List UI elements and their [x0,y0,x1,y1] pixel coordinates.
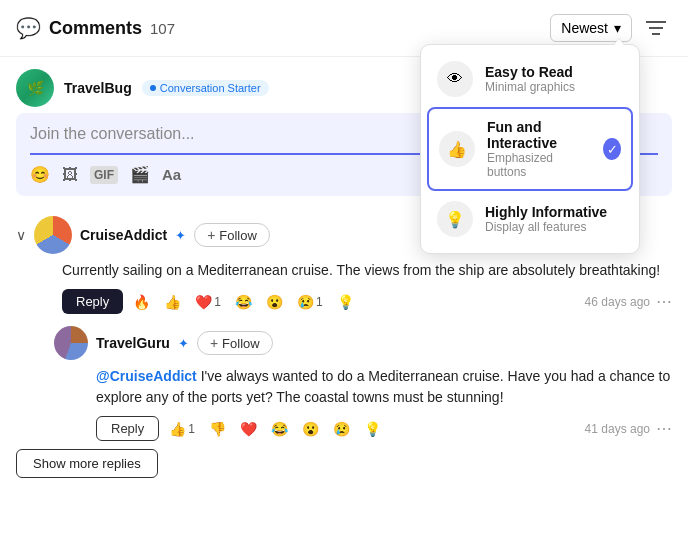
travelguru-avatar [54,326,88,360]
travelguru-reaction-thumbsdown[interactable]: 👎 [205,419,230,439]
menu-informative-title: Highly Informative [485,204,607,220]
eye-icon: 👁 [447,70,463,88]
travelguru-reaction-cry[interactable]: 😢 [329,419,354,439]
reaction-lightbulb[interactable]: 💡 [333,292,358,312]
travelguru-more-button[interactable]: ⋯ [656,421,672,437]
thumbsup-icon: 👍 [447,140,467,159]
plus-icon: + [207,227,215,243]
menu-item-fun[interactable]: 👍 Fun and Interactive Emphasized buttons… [427,107,633,191]
travelbug-avatar: 🌿 [16,69,54,107]
verified-icon: ✦ [175,228,186,243]
travelguru-reaction-heart[interactable]: ❤️ [236,419,261,439]
travelguru-reaction-lightbulb[interactable]: 💡 [360,419,385,439]
travelguru-user-row: TravelGuru ✦ + Follow [54,326,672,360]
travelguru-comment-text: @CruiseAddict I've always wanted to do a… [96,366,672,408]
mention-cruiseaddict: @CruiseAddict [96,368,197,384]
comments-title-area: 💬 Comments 107 [16,16,175,40]
reaction-thumbsup[interactable]: 👍 [160,292,185,312]
image-tool[interactable]: 🖼 [62,166,78,184]
lightbulb-icon-container: 💡 [437,201,473,237]
filter-icon-button[interactable] [640,12,672,44]
travelguru-reaction-thumbsup[interactable]: 👍 1 [165,419,199,439]
comments-section: 💬 Comments 107 Newest ▾ 👁 [0,0,688,534]
header-right: Newest ▾ [550,12,672,44]
badge-label: Conversation Starter [160,82,261,94]
comment-bubble-icon: 💬 [16,16,41,40]
menu-easy-sub: Minimal graphics [485,80,575,94]
reaction-heart[interactable]: ❤️ 1 [191,292,225,312]
travelbug-username: TravelBug [64,80,132,96]
menu-informative-sub: Display all features [485,220,607,234]
conversation-starter-badge: Conversation Starter [142,80,269,96]
cruiseaddict-username: CruiseAddict [80,227,167,243]
cruiseaddict-avatar [34,216,72,254]
cruiseaddict-follow-button[interactable]: + Follow [194,223,270,247]
cruiseaddict-actions: Reply 🔥 👍 ❤️ 1 😂 😮 😢 1 💡 46 days ago ⋯ [62,289,672,314]
view-mode-dropdown: 👁 Easy to Read Minimal graphics 👍 Fun an… [420,44,640,254]
reaction-cry[interactable]: 😢 1 [293,292,327,312]
reaction-wow[interactable]: 😮 [262,292,287,312]
cruiseaddict-comment-text: Currently sailing on a Mediterranean cru… [62,260,672,281]
sort-label: Newest [561,20,608,36]
reaction-fire[interactable]: 🔥 [129,292,154,312]
follow-label-guru: Follow [222,336,260,351]
active-checkmark-icon: ✓ [603,138,621,160]
follow-label: Follow [219,228,257,243]
video-tool[interactable]: 🎬 [130,165,150,184]
menu-item-fun-text: Fun and Interactive Emphasized buttons [487,119,591,179]
menu-item-informative-text: Highly Informative Display all features [485,204,607,234]
travelguru-follow-button[interactable]: + Follow [197,331,273,355]
reaction-laugh[interactable]: 😂 [231,292,256,312]
comments-count: 107 [150,20,175,37]
emoji-tool[interactable]: 😊 [30,165,50,184]
lightbulb-icon: 💡 [445,210,465,229]
menu-fun-title: Fun and Interactive [487,119,591,151]
plus-icon-guru: + [210,335,218,351]
expand-collapse-arrow[interactable]: ∨ [16,227,26,243]
menu-item-easy[interactable]: 👁 Easy to Read Minimal graphics [427,51,633,107]
travelguru-reply-button[interactable]: Reply [96,416,159,441]
travelguru-verified-icon: ✦ [178,336,189,351]
text-tool[interactable]: Aa [162,166,181,183]
cruiseaddict-reply-button[interactable]: Reply [62,289,123,314]
cruiseaddict-timestamp: 46 days ago [585,295,650,309]
show-more-replies-button[interactable]: Show more replies [16,449,158,478]
travelguru-actions: Reply 👍 1 👎 ❤️ 😂 😮 😢 💡 41 days ago ⋯ [96,416,672,441]
travelguru-username: TravelGuru [96,335,170,351]
travelguru-reaction-wow[interactable]: 😮 [298,419,323,439]
travelguru-timestamp: 41 days ago [585,422,650,436]
gif-tool[interactable]: GIF [90,166,118,184]
comments-title: Comments [49,18,142,39]
travelguru-reaction-laugh[interactable]: 😂 [267,419,292,439]
filter-lines-icon [646,20,666,36]
thumbsup-icon-container: 👍 [439,131,475,167]
reply-travelguru: TravelGuru ✦ + Follow @CruiseAddict I've… [0,326,688,441]
menu-item-informative[interactable]: 💡 Highly Informative Display all feature… [427,191,633,247]
eye-icon-container: 👁 [437,61,473,97]
cruiseaddict-more-button[interactable]: ⋯ [656,294,672,310]
sort-chevron-icon: ▾ [614,20,621,36]
menu-item-easy-text: Easy to Read Minimal graphics [485,64,575,94]
menu-fun-sub: Emphasized buttons [487,151,591,179]
show-more-row: Show more replies [0,441,688,494]
badge-dot [150,85,156,91]
menu-easy-title: Easy to Read [485,64,575,80]
